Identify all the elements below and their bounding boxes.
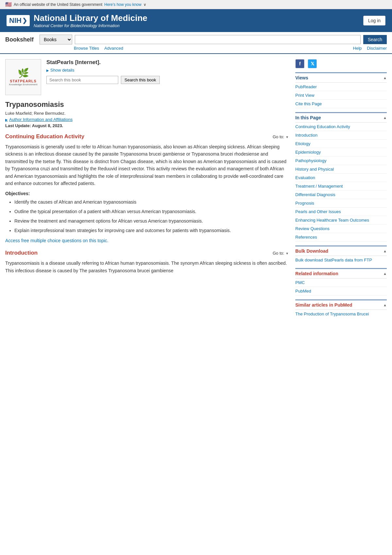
views-title: Views (295, 75, 308, 80)
introduction-header: Introduction Go to: (5, 250, 289, 256)
author-affil-label: Author Information and Affiliations (9, 117, 73, 122)
continuing-ed-goto[interactable]: Go to: (273, 134, 289, 139)
objectives-list: Identify the causes of African and Ameri… (5, 199, 289, 234)
book-search-button[interactable]: Search this book (121, 76, 160, 84)
toc-evaluation[interactable]: Evaluation (295, 174, 387, 182)
related-info-box: Related information PMC PubMed (295, 268, 387, 295)
pubreader-link[interactable]: PubReader (295, 83, 387, 91)
toc-pathophysiology[interactable]: Pathophysiology (295, 157, 387, 165)
toc-pearls[interactable]: Pearls and Other Issues (295, 208, 387, 216)
nih-title-area: National Library of Medicine National Ce… (34, 13, 147, 28)
toc-history[interactable]: History and Physical (295, 165, 387, 174)
flag-icon: 🇺🇸 (5, 1, 12, 8)
in-this-page-header: In this Page (295, 113, 387, 123)
views-box: Views PubReader Print View Cite this Pag… (295, 72, 387, 108)
advanced-link[interactable]: Advanced (104, 46, 123, 51)
similar-scroll-btn[interactable] (383, 303, 387, 307)
introduction-goto[interactable]: Go to: (273, 251, 289, 256)
book-search-input[interactable] (46, 76, 118, 84)
search-top: Bookshelf Books Search (5, 35, 387, 44)
twitter-icon[interactable]: 𝕏 (308, 59, 317, 68)
objective-3: Review the treatment and management opti… (14, 218, 289, 225)
bulk-download-link[interactable]: Bulk download StatPearls data from FTP (295, 256, 387, 264)
intro-goto-label: Go to: (273, 251, 284, 256)
introduction-section: Introduction Go to: Trypanosomiasis is a… (5, 250, 289, 274)
banner-chevron: ∨ (143, 2, 146, 7)
objective-2: Outline the typical presentation of a pa… (14, 208, 289, 215)
search-input[interactable] (75, 35, 361, 44)
introduction-title: Introduction (5, 250, 38, 256)
continuing-ed-header: Continuing Education Activity Go to: (5, 133, 289, 140)
database-select[interactable]: Books (40, 35, 72, 44)
in-this-page-box: In this Page Continuing Education Activi… (295, 112, 387, 242)
show-details-link[interactable]: Show details (46, 68, 289, 73)
toc-continuing-ed[interactable]: Continuing Education Activity (295, 123, 387, 131)
login-button[interactable]: Log in (363, 16, 385, 25)
show-details-label: Show details (50, 68, 74, 73)
help-link[interactable]: Help (353, 46, 362, 51)
views-header: Views (295, 73, 387, 83)
toc-references[interactable]: References (295, 233, 387, 242)
toc-etiology[interactable]: Etiology (295, 140, 387, 148)
related-info-title: Related information (295, 271, 338, 276)
statpearls-brand: STATPEARLS (10, 79, 37, 83)
nih-subtitle: National Center for Biotechnology Inform… (34, 23, 147, 28)
continuing-ed-body: Trypanosomiasis is generally used to ref… (5, 143, 289, 187)
bulk-scroll-btn[interactable] (383, 249, 387, 253)
toc-treatment[interactable]: Treatment / Management (295, 182, 387, 191)
free-questions-link[interactable]: Access free multiple choice questions on… (5, 238, 289, 243)
social-icons: f 𝕏 (295, 59, 387, 68)
content-area: 🌿 STATPEARLS Knowledge Environment StatP… (5, 59, 289, 322)
bulk-download-header: Bulk Download (295, 246, 387, 256)
objectives-title: Objectives: (5, 191, 289, 196)
toc-epidemiology[interactable]: Epidemiology (295, 148, 387, 157)
last-update: Last Update: August 8, 2023. (5, 123, 289, 128)
toc-prognosis[interactable]: Prognosis (295, 199, 387, 208)
goto-label: Go to: (273, 134, 284, 139)
nih-title: National Library of Medicine (34, 13, 147, 23)
toc-introduction[interactable]: Introduction (295, 131, 387, 140)
cite-page-link[interactable]: Cite this Page (295, 100, 387, 108)
author-affil-link[interactable]: Author Information and Affiliations (5, 117, 289, 122)
book-header: 🌿 STATPEARLS Knowledge Environment StatP… (5, 59, 289, 95)
nih-logo-text: NIH (9, 16, 22, 25)
similar-articles-box: Similar articles in PubMed The Productio… (295, 299, 387, 318)
views-scroll-btn[interactable] (383, 76, 387, 80)
nih-logo-area: NIH ❯ National Library of Medicine Natio… (7, 13, 147, 28)
intro-goto-chevron (286, 251, 289, 256)
bulk-download-box: Bulk Download Bulk download StatPearls d… (295, 245, 387, 264)
similar-article-1[interactable]: The Production of Trypanosoma Brucei (295, 310, 387, 318)
gov-banner-text: An official website of the United States… (14, 2, 102, 7)
nih-header: NIH ❯ National Library of Medicine Natio… (0, 9, 392, 32)
related-pmc-link[interactable]: PMC (295, 278, 387, 287)
facebook-icon[interactable]: f (295, 59, 304, 68)
toc-enhancing[interactable]: Enhancing Healthcare Team Outcomes (295, 216, 387, 225)
heres-how-link[interactable]: Here's how you know (104, 2, 141, 7)
book-title: StatPearls [Internet]. (46, 59, 289, 66)
gov-banner: 🇺🇸 An official website of the United Sta… (0, 0, 392, 9)
book-info: StatPearls [Internet]. Show details Sear… (46, 59, 289, 95)
in-this-page-title: In this Page (295, 115, 321, 120)
in-this-page-scroll-btn[interactable] (383, 115, 387, 120)
bulk-download-title: Bulk Download (295, 248, 328, 254)
related-scroll-btn[interactable] (383, 271, 387, 276)
sidebar: f 𝕏 Views PubReader Print View Cite this… (295, 59, 387, 322)
article-header: Trypanosomiasis Luke Maxfield; Rene Berm… (5, 100, 289, 128)
similar-articles-header: Similar articles in PubMed (295, 300, 387, 310)
print-view-link[interactable]: Print View (295, 91, 387, 100)
toc-review[interactable]: Review Questions (295, 225, 387, 233)
browse-titles-link[interactable]: Browse Titles (74, 46, 99, 51)
introduction-body: Trypanosomiasis is a disease usually ref… (5, 260, 289, 274)
search-button[interactable]: Search (363, 35, 387, 44)
disclaimer-link[interactable]: Disclaimer (367, 46, 387, 51)
continuing-ed-section: Continuing Education Activity Go to: Try… (5, 133, 289, 243)
continuing-ed-title: Continuing Education Activity (5, 133, 84, 140)
toc-differential[interactable]: Differential Diagnosis (295, 191, 387, 199)
related-info-header: Related information (295, 269, 387, 278)
show-details-chevron (46, 68, 49, 73)
related-pubmed-link[interactable]: PubMed (295, 287, 387, 295)
book-search-area: Search this book (46, 76, 289, 84)
nih-logo-chevron: ❯ (22, 17, 27, 24)
article-authors: Luke Maxfield; Rene Bermudez. (5, 111, 289, 116)
article-title: Trypanosomiasis (5, 100, 289, 109)
